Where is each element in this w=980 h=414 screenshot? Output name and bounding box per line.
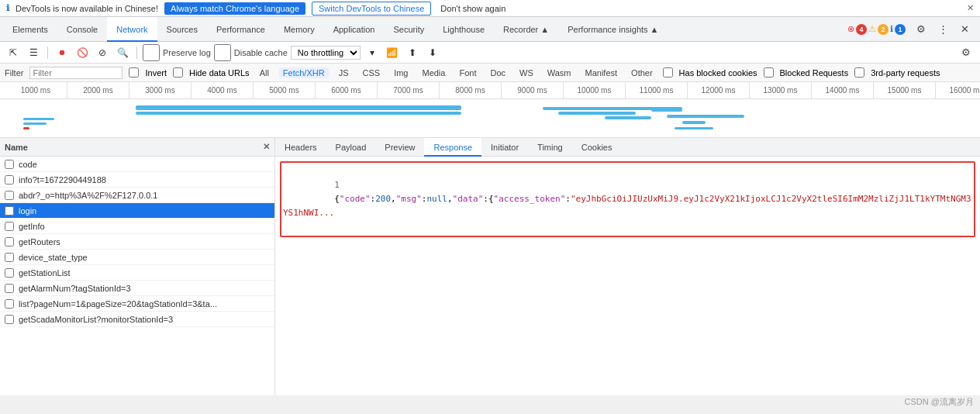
throttle-select[interactable]: No throttling [291,46,361,60]
clear-button[interactable]: 🚫 [74,44,91,61]
timeline-mark-14: 15000 ms [873,82,935,99]
third-party-checkbox[interactable] [854,67,864,78]
wifi-icon[interactable]: 📶 [384,44,401,61]
timeline-mark-1: 2000 ms [67,82,129,99]
tab-bar-icons: ⊗ 4 ⚠ 2 ℹ 1 ⚙ ⋮ ✕ [844,20,977,39]
tab-application[interactable]: Application [324,17,385,42]
tab-console[interactable]: Console [57,17,107,42]
waterfall-bar-blue-2 [136,112,461,115]
detail-tab-initiator[interactable]: Initiator [481,138,528,157]
tab-sources[interactable]: Sources [157,17,207,42]
request-row-alarmnum[interactable]: getAlarmNum?tagStationId=3 [0,281,274,296]
timeline-mark-10: 11000 ms [625,82,687,99]
filter-css-btn[interactable]: CSS [359,67,385,78]
record-button[interactable]: ⏺ [53,44,71,61]
detail-tab-payload[interactable]: Payload [326,138,376,157]
tab-network[interactable]: Network [107,17,157,42]
tab-performance[interactable]: Performance [207,17,274,42]
dock-icon[interactable]: ⇱ [5,44,22,61]
notif-text: DevTools is now available in Chinese! [16,4,158,13]
detail-tab-cookies[interactable]: Cookies [572,138,622,157]
error-badge-group[interactable]: ⊗ 4 ⚠ 2 ℹ 1 [844,24,909,35]
settings-icon[interactable]: ⚙ [912,20,930,39]
request-row-abdr[interactable]: abdr?_o=http%3A%2F%2F127.0.0.1 [0,188,274,203]
detail-tab-response[interactable]: Response [424,138,481,157]
hide-data-urls-checkbox[interactable] [173,67,183,78]
filter-all-btn[interactable]: All [256,67,273,78]
detail-tab-timing[interactable]: Timing [528,138,572,157]
hide-data-urls-label: Hide data URLs [189,68,250,78]
tab-performance-insights[interactable]: Performance insights ▲ [558,17,668,42]
request-row-getinfo[interactable]: getInfo [0,219,274,234]
request-row-info[interactable]: info?t=1672290449188 [0,172,274,188]
request-row-login[interactable]: login [0,203,274,219]
filter-ws-btn[interactable]: WS [516,67,537,78]
filter-font-btn[interactable]: Font [455,67,480,78]
request-row-list[interactable]: list?pageNum=1&pageSize=20&tagStationId=… [0,296,274,312]
request-checkbox-list[interactable] [5,299,14,309]
filter-img-btn[interactable]: Img [390,67,412,78]
detail-tab-headers[interactable]: Headers [275,138,326,157]
waterfall-bar-right-3 [605,116,651,119]
throttle-dropdown-icon[interactable]: ▾ [364,44,381,61]
filter-wasm-btn[interactable]: Wasm [543,67,575,78]
filter-other-btn[interactable]: Other [627,67,657,78]
request-checkbox-alarmnum[interactable] [5,284,14,293]
request-checkbox-scada[interactable] [5,315,14,324]
filter-js-btn[interactable]: JS [335,67,353,78]
filter-manifest-btn[interactable]: Manifest [581,67,622,78]
network-settings-icon[interactable]: ⚙ [957,43,975,62]
request-checkbox-abdr[interactable] [5,191,14,200]
has-blocked-cookies-checkbox[interactable] [663,67,673,78]
preserve-log-checkbox[interactable] [143,44,160,61]
more-options-icon[interactable]: ⋮ [933,20,952,39]
switch-devtools-button[interactable]: Switch DevTools to Chinese [312,2,431,16]
request-row-device[interactable]: device_state_type [0,250,274,265]
disable-cache-checkbox[interactable] [214,44,231,61]
request-checkbox-info[interactable] [5,175,14,185]
tab-lighthouse[interactable]: Lighthouse [433,17,494,42]
close-devtools-icon[interactable]: ✕ [955,20,974,39]
blocked-requests-checkbox[interactable] [764,67,774,78]
dismiss-button[interactable]: Don't show again [440,4,506,13]
timeline-mark-11: 12000 ms [687,82,749,99]
request-checkbox-stationlist[interactable] [5,268,14,278]
request-checkbox-getrouters[interactable] [5,237,14,247]
request-row-code[interactable]: code [0,157,274,172]
filter-bar: Filter Invert Hide data URLs All Fetch/X… [0,64,980,82]
name-column-header: Name [5,143,28,152]
filter-input[interactable] [29,67,122,79]
request-checkbox-device[interactable] [5,253,14,262]
request-name-scada: getScadaMonitorList?monitorStationId=3 [19,315,270,324]
timeline-mark-4: 5000 ms [253,82,315,99]
filter-fetch-xhr-btn[interactable]: Fetch/XHR [279,67,329,78]
close-detail-btn[interactable]: ✕ [263,142,270,152]
search-button[interactable]: 🔍 [114,44,131,61]
mobile-icon[interactable]: ☰ [25,44,42,61]
request-checkbox-login[interactable] [5,206,14,216]
filter-icon-btn[interactable]: ⊘ [94,44,111,61]
request-checkbox-code[interactable] [5,160,14,169]
notif-close-icon[interactable]: ✕ [967,3,974,13]
tab-memory[interactable]: Memory [274,17,324,42]
tab-security[interactable]: Security [384,17,433,42]
devtools-tab-bar: Elements Console Network Sources Perform… [0,17,980,42]
detail-tab-preview[interactable]: Preview [375,138,424,157]
tab-elements[interactable]: Elements [3,17,57,42]
preserve-log-label: Preserve log [163,48,211,57]
filter-doc-btn[interactable]: Doc [486,67,509,78]
request-row-scada[interactable]: getScadaMonitorList?monitorStationId=3 [0,312,274,327]
download-icon[interactable]: ⬇ [424,44,441,61]
request-checkbox-getinfo[interactable] [5,222,14,231]
match-language-button[interactable]: Always match Chrome's language [164,2,305,15]
request-name-getinfo: getInfo [19,222,270,231]
upload-icon[interactable]: ⬆ [404,44,421,61]
timeline-mark-13: 14000 ms [811,82,873,99]
invert-checkbox[interactable] [129,67,139,78]
divider-1 [47,47,48,59]
tab-recorder[interactable]: Recorder ▲ [494,17,558,42]
filter-media-btn[interactable]: Media [418,67,449,78]
request-row-stationlist[interactable]: getStationList [0,265,274,281]
request-row-getrouters[interactable]: getRouters [0,234,274,250]
info-badge: 1 [895,24,906,35]
